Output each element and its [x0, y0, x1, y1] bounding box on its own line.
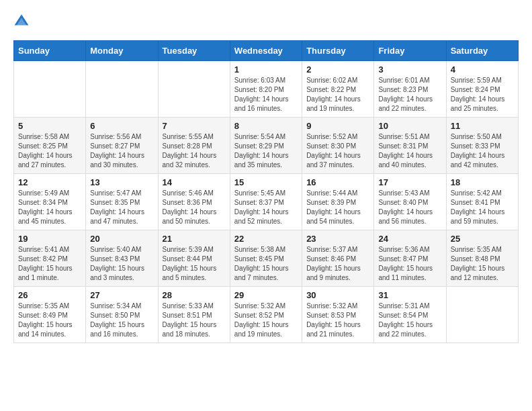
- calendar-cell: 20Sunrise: 5:40 AM Sunset: 8:43 PM Dayli…: [86, 230, 158, 287]
- calendar-cell: 11Sunrise: 5:50 AM Sunset: 8:33 PM Dayli…: [446, 118, 518, 174]
- calendar-cell: 26Sunrise: 5:35 AM Sunset: 8:49 PM Dayli…: [14, 287, 86, 343]
- day-number: 23: [306, 234, 369, 244]
- day-number: 30: [306, 290, 369, 300]
- calendar-cell: 1Sunrise: 6:03 AM Sunset: 8:20 PM Daylig…: [230, 61, 302, 118]
- calendar-cell: 27Sunrise: 5:34 AM Sunset: 8:50 PM Dayli…: [86, 287, 158, 343]
- day-info: Sunrise: 5:40 AM Sunset: 8:43 PM Dayligh…: [90, 245, 153, 283]
- day-info: Sunrise: 5:46 AM Sunset: 8:36 PM Dayligh…: [163, 189, 226, 226]
- day-number: 26: [18, 290, 81, 300]
- calendar-cell: 4Sunrise: 5:59 AM Sunset: 8:24 PM Daylig…: [446, 61, 518, 118]
- day-number: 1: [234, 64, 298, 75]
- day-number: 2: [306, 64, 369, 75]
- day-info: Sunrise: 5:44 AM Sunset: 8:39 PM Dayligh…: [306, 189, 369, 226]
- calendar-cell: 17Sunrise: 5:43 AM Sunset: 8:40 PM Dayli…: [374, 174, 446, 230]
- day-info: Sunrise: 5:58 AM Sunset: 8:25 PM Dayligh…: [18, 132, 81, 170]
- day-info: Sunrise: 5:52 AM Sunset: 8:30 PM Dayligh…: [306, 132, 369, 170]
- calendar-cell: [158, 61, 230, 118]
- day-number: 4: [451, 64, 514, 75]
- day-info: Sunrise: 5:37 AM Sunset: 8:46 PM Dayligh…: [306, 245, 369, 283]
- calendar-cell: 2Sunrise: 6:02 AM Sunset: 8:22 PM Daylig…: [302, 61, 374, 118]
- calendar-cell: 10Sunrise: 5:51 AM Sunset: 8:31 PM Dayli…: [374, 118, 446, 174]
- calendar-cell: 25Sunrise: 5:35 AM Sunset: 8:48 PM Dayli…: [446, 230, 518, 287]
- calendar-week-row: 12Sunrise: 5:49 AM Sunset: 8:34 PM Dayli…: [14, 174, 519, 230]
- calendar-cell: 12Sunrise: 5:49 AM Sunset: 8:34 PM Dayli…: [14, 174, 86, 230]
- day-number: 13: [90, 177, 153, 187]
- calendar-cell: [86, 61, 158, 118]
- calendar-cell: 6Sunrise: 5:56 AM Sunset: 8:27 PM Daylig…: [86, 118, 158, 174]
- calendar-cell: 28Sunrise: 5:33 AM Sunset: 8:51 PM Dayli…: [158, 287, 230, 343]
- calendar-header-monday: Monday: [86, 41, 158, 61]
- day-info: Sunrise: 5:51 AM Sunset: 8:31 PM Dayligh…: [378, 132, 441, 170]
- calendar-cell: 15Sunrise: 5:45 AM Sunset: 8:37 PM Dayli…: [230, 174, 302, 230]
- day-number: 12: [18, 177, 81, 187]
- day-number: 6: [90, 121, 153, 131]
- day-info: Sunrise: 5:41 AM Sunset: 8:42 PM Dayligh…: [18, 245, 81, 283]
- calendar-header-thursday: Thursday: [302, 41, 374, 61]
- calendar-cell: 16Sunrise: 5:44 AM Sunset: 8:39 PM Dayli…: [302, 174, 374, 230]
- day-number: 5: [18, 121, 81, 131]
- calendar-cell: 7Sunrise: 5:55 AM Sunset: 8:28 PM Daylig…: [158, 118, 230, 174]
- day-info: Sunrise: 5:36 AM Sunset: 8:47 PM Dayligh…: [378, 245, 441, 283]
- day-info: Sunrise: 5:33 AM Sunset: 8:51 PM Dayligh…: [163, 302, 226, 339]
- day-info: Sunrise: 5:42 AM Sunset: 8:41 PM Dayligh…: [451, 189, 514, 226]
- calendar-cell: 13Sunrise: 5:47 AM Sunset: 8:35 PM Dayli…: [86, 174, 158, 230]
- day-info: Sunrise: 5:54 AM Sunset: 8:29 PM Dayligh…: [234, 132, 298, 170]
- day-number: 11: [451, 121, 514, 131]
- calendar-week-row: 5Sunrise: 5:58 AM Sunset: 8:25 PM Daylig…: [14, 118, 519, 174]
- calendar-cell: 19Sunrise: 5:41 AM Sunset: 8:42 PM Dayli…: [14, 230, 86, 287]
- day-number: 27: [90, 290, 153, 300]
- day-number: 16: [306, 177, 369, 187]
- day-number: 29: [234, 290, 298, 300]
- day-info: Sunrise: 5:45 AM Sunset: 8:37 PM Dayligh…: [234, 189, 298, 226]
- calendar-week-row: 1Sunrise: 6:03 AM Sunset: 8:20 PM Daylig…: [14, 61, 519, 118]
- page-header: [13, 13, 519, 30]
- calendar-cell: 22Sunrise: 5:38 AM Sunset: 8:45 PM Dayli…: [230, 230, 302, 287]
- calendar-table: SundayMondayTuesdayWednesdayThursdayFrid…: [13, 40, 519, 343]
- day-info: Sunrise: 5:32 AM Sunset: 8:52 PM Dayligh…: [234, 302, 298, 339]
- day-info: Sunrise: 5:31 AM Sunset: 8:54 PM Dayligh…: [378, 302, 441, 339]
- calendar-header-tuesday: Tuesday: [158, 41, 230, 61]
- day-info: Sunrise: 5:34 AM Sunset: 8:50 PM Dayligh…: [90, 302, 153, 339]
- day-number: 25: [451, 234, 514, 244]
- day-info: Sunrise: 5:49 AM Sunset: 8:34 PM Dayligh…: [18, 189, 81, 226]
- calendar-cell: 5Sunrise: 5:58 AM Sunset: 8:25 PM Daylig…: [14, 118, 86, 174]
- calendar-header-friday: Friday: [374, 41, 446, 61]
- day-number: 9: [306, 121, 369, 131]
- day-info: Sunrise: 5:47 AM Sunset: 8:35 PM Dayligh…: [90, 189, 153, 226]
- calendar-cell: 29Sunrise: 5:32 AM Sunset: 8:52 PM Dayli…: [230, 287, 302, 343]
- calendar-cell: 24Sunrise: 5:36 AM Sunset: 8:47 PM Dayli…: [374, 230, 446, 287]
- day-info: Sunrise: 5:50 AM Sunset: 8:33 PM Dayligh…: [451, 132, 514, 170]
- calendar-header-saturday: Saturday: [446, 41, 518, 61]
- calendar-cell: 21Sunrise: 5:39 AM Sunset: 8:44 PM Dayli…: [158, 230, 230, 287]
- calendar-cell: 30Sunrise: 5:32 AM Sunset: 8:53 PM Dayli…: [302, 287, 374, 343]
- day-number: 7: [163, 121, 226, 131]
- calendar-cell: 9Sunrise: 5:52 AM Sunset: 8:30 PM Daylig…: [302, 118, 374, 174]
- day-number: 20: [90, 234, 153, 244]
- calendar-header-wednesday: Wednesday: [230, 41, 302, 61]
- logo-icon: [13, 13, 30, 30]
- day-info: Sunrise: 6:01 AM Sunset: 8:23 PM Dayligh…: [378, 76, 441, 113]
- calendar-header-sunday: Sunday: [14, 41, 86, 61]
- calendar-cell: 23Sunrise: 5:37 AM Sunset: 8:46 PM Dayli…: [302, 230, 374, 287]
- day-number: 3: [378, 64, 441, 75]
- day-number: 24: [378, 234, 441, 244]
- calendar-week-row: 19Sunrise: 5:41 AM Sunset: 8:42 PM Dayli…: [14, 230, 519, 287]
- day-number: 21: [163, 234, 226, 244]
- day-info: Sunrise: 5:59 AM Sunset: 8:24 PM Dayligh…: [451, 76, 514, 113]
- day-info: Sunrise: 6:03 AM Sunset: 8:20 PM Dayligh…: [234, 76, 298, 113]
- day-number: 28: [163, 290, 226, 300]
- day-number: 14: [163, 177, 226, 187]
- day-number: 8: [234, 121, 298, 131]
- day-info: Sunrise: 5:39 AM Sunset: 8:44 PM Dayligh…: [163, 245, 226, 283]
- day-info: Sunrise: 6:02 AM Sunset: 8:22 PM Dayligh…: [306, 76, 369, 113]
- day-info: Sunrise: 5:35 AM Sunset: 8:48 PM Dayligh…: [451, 245, 514, 283]
- day-info: Sunrise: 5:38 AM Sunset: 8:45 PM Dayligh…: [234, 245, 298, 283]
- day-info: Sunrise: 5:55 AM Sunset: 8:28 PM Dayligh…: [163, 132, 226, 170]
- day-number: 18: [451, 177, 514, 187]
- day-number: 15: [234, 177, 298, 187]
- calendar-header-row: SundayMondayTuesdayWednesdayThursdayFrid…: [14, 41, 519, 61]
- day-number: 10: [378, 121, 441, 131]
- day-info: Sunrise: 5:35 AM Sunset: 8:49 PM Dayligh…: [18, 302, 81, 339]
- calendar-cell: 8Sunrise: 5:54 AM Sunset: 8:29 PM Daylig…: [230, 118, 302, 174]
- day-info: Sunrise: 5:43 AM Sunset: 8:40 PM Dayligh…: [378, 189, 441, 226]
